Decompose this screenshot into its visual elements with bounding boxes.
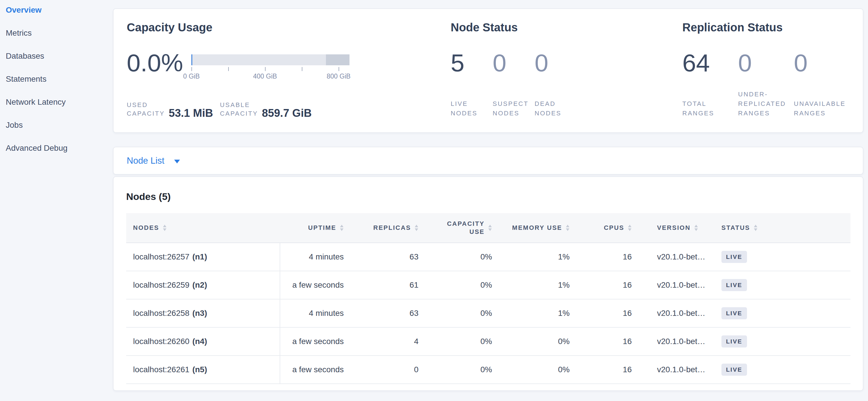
stat-column: 0UNDER-REPLICATED RANGES	[738, 50, 794, 118]
node-address[interactable]: localhost:26260	[133, 337, 189, 346]
node-id: (n1)	[192, 252, 207, 261]
status-badge: LIVE	[721, 336, 747, 347]
stat-value: 0	[738, 50, 794, 75]
axis-tick-label: 800 GiB	[327, 73, 350, 80]
column-header-replicas[interactable]: REPLICAS	[349, 213, 424, 242]
cell-memory: 1%	[498, 243, 576, 271]
cell-uptime: a few seconds	[280, 271, 349, 299]
cell-capacity: 0%	[424, 271, 498, 299]
node-address[interactable]: localhost:26259	[133, 281, 189, 290]
cell-capacity: 0%	[424, 299, 498, 327]
stat-value: 0	[794, 50, 849, 75]
page: OverviewMetricsDatabasesStatementsNetwor…	[0, 0, 868, 401]
status-badge: LIVE	[721, 364, 747, 376]
capacity-usage-title: Capacity Usage	[127, 21, 451, 34]
column-header-label: CAPACITY USE	[441, 220, 485, 236]
column-header-label: UPTIME	[308, 224, 336, 232]
column-header-memory[interactable]: MEMORY USE	[498, 213, 576, 242]
node-status-title: Node Status	[451, 21, 682, 34]
axis-tick-label: 0 GiB	[183, 73, 200, 80]
sort-icon	[694, 224, 698, 231]
cell-capacity: 0%	[424, 356, 498, 383]
cell-replicas: 4	[349, 328, 424, 355]
usable-capacity-value: 859.7 GiB	[262, 108, 312, 118]
used-capacity-stat: USED CAPACITY 53.1 MiB	[127, 101, 213, 118]
cell-nodes: localhost:26261(n5)	[126, 356, 280, 383]
nodes-table-heading: Nodes (5)	[126, 191, 851, 202]
sidebar-item-databases[interactable]: Databases	[6, 50, 113, 62]
cell-version: v20.1.0-bet…	[638, 243, 715, 271]
replication-status-section: Replication Status 64TOTAL RANGES0UNDER-…	[682, 21, 849, 118]
status-badge: LIVE	[721, 251, 747, 263]
cell-replicas: 63	[349, 299, 424, 327]
stat-label: TOTAL RANGES	[682, 99, 738, 118]
column-header-label: NODES	[133, 224, 159, 232]
sort-icon	[754, 224, 757, 231]
column-header-uptime[interactable]: UPTIME	[280, 213, 349, 242]
cell-status: LIVE	[715, 271, 850, 299]
sort-icon	[163, 224, 167, 231]
node-status-section: Node Status 5LIVE NODES0SUSPECT NODES0DE…	[451, 21, 682, 118]
sort-icon	[566, 224, 570, 231]
axis-tick-label: 400 GiB	[253, 73, 277, 80]
table-row: localhost:26259(n2)a few seconds610%1%16…	[126, 271, 850, 299]
chevron-down-icon	[174, 160, 180, 163]
node-address[interactable]: localhost:26258	[133, 309, 189, 318]
column-header-label: CPUS	[604, 224, 624, 232]
column-header-capacity[interactable]: CAPACITY USE	[424, 213, 498, 242]
cell-replicas: 63	[349, 243, 424, 271]
cell-nodes: localhost:26259(n2)	[126, 271, 280, 299]
sidebar-item-network-latency[interactable]: Network Latency	[6, 96, 113, 108]
nodes-table-body: localhost:26257(n1)4 minutes630%1%16v20.…	[126, 243, 850, 384]
cell-memory: 1%	[498, 271, 576, 299]
node-id: (n5)	[192, 365, 207, 374]
cell-memory: 1%	[498, 299, 576, 327]
cell-version: v20.1.0-bet…	[638, 299, 715, 327]
sidebar-item-jobs[interactable]: Jobs	[6, 119, 113, 131]
stat-label: SUSPECT NODES	[493, 99, 535, 118]
table-row: localhost:26258(n3)4 minutes630%1%16v20.…	[126, 299, 850, 328]
node-list-selector-card: Node List	[113, 147, 863, 175]
cell-nodes: localhost:26258(n3)	[126, 299, 280, 327]
table-row: localhost:26257(n1)4 minutes630%1%16v20.…	[126, 243, 850, 271]
replication-status-title: Replication Status	[682, 21, 849, 34]
axis-tick	[191, 67, 192, 71]
stat-column: 64TOTAL RANGES	[682, 50, 738, 118]
cell-memory: 0%	[498, 356, 576, 383]
node-address[interactable]: localhost:26257	[133, 252, 189, 261]
node-id: (n2)	[192, 281, 207, 290]
capacity-usage-section: Capacity Usage 0.0% 0 GiB400 GiB800 GiB	[127, 21, 451, 118]
column-header-label: MEMORY USE	[512, 224, 562, 232]
column-header-label: REPLICAS	[373, 224, 411, 232]
cell-cpus: 16	[576, 328, 638, 355]
column-header-label: STATUS	[721, 224, 750, 232]
node-address[interactable]: localhost:26261	[133, 365, 189, 374]
column-header-nodes[interactable]: NODES	[126, 213, 280, 242]
cell-cpus: 16	[576, 243, 638, 271]
sidebar-item-metrics[interactable]: Metrics	[6, 27, 113, 39]
usable-capacity-label: USABLE CAPACITY	[220, 101, 261, 118]
capacity-gauge-other-segment	[326, 54, 349, 65]
used-capacity-value: 53.1 MiB	[169, 108, 213, 118]
stat-label: UNDER-REPLICATED RANGES	[738, 89, 794, 118]
capacity-gauge-ticks	[191, 67, 349, 71]
axis-tick	[302, 67, 302, 71]
stat-label: LIVE NODES	[451, 99, 493, 118]
capacity-gauge-tick-labels: 0 GiB400 GiB800 GiB	[191, 73, 349, 81]
sidebar-item-overview[interactable]: Overview	[6, 4, 113, 16]
sidebar-item-statements[interactable]: Statements	[6, 73, 113, 85]
cell-version: v20.1.0-bet…	[638, 356, 715, 383]
node-list-selector[interactable]: Node List	[127, 155, 180, 166]
column-header-status[interactable]: STATUS	[715, 213, 850, 242]
sort-icon	[488, 224, 492, 231]
cell-nodes: localhost:26257(n1)	[126, 243, 280, 271]
column-header-version[interactable]: VERSION	[638, 213, 715, 242]
sidebar-item-advanced-debug[interactable]: Advanced Debug	[6, 142, 113, 154]
cell-uptime: a few seconds	[280, 328, 349, 355]
cell-nodes: localhost:26260(n4)	[126, 328, 280, 355]
node-id: (n4)	[192, 337, 207, 346]
cell-uptime: 4 minutes	[280, 243, 349, 271]
column-header-cpus[interactable]: CPUS	[576, 213, 638, 242]
cell-capacity: 0%	[424, 328, 498, 355]
cell-uptime: a few seconds	[280, 356, 349, 383]
